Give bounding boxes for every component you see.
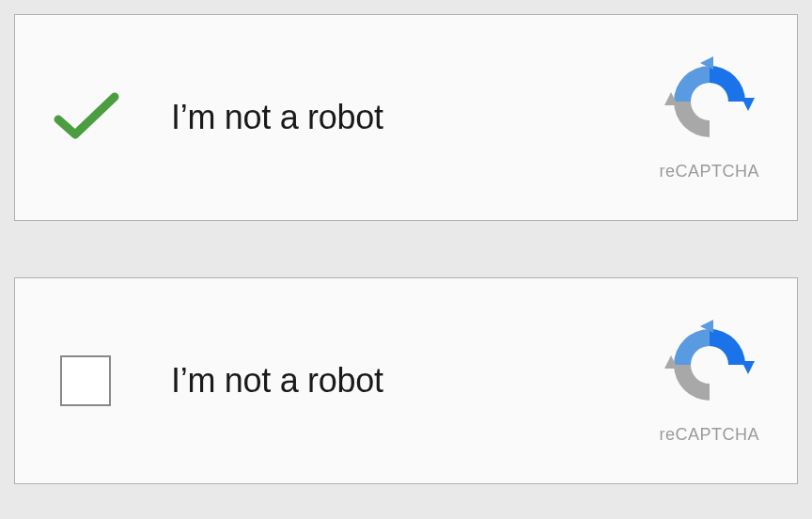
recaptcha-label: I’m not a robot [171, 98, 383, 137]
recaptcha-logo-icon [663, 318, 757, 416]
checkbox-icon [60, 355, 111, 406]
recaptcha-logo-area: reCAPTCHA [659, 55, 759, 181]
recaptcha-label: I’m not a robot [171, 361, 383, 401]
recaptcha-logo-text: reCAPTCHA [659, 162, 759, 181]
recaptcha-widget-unchecked: I’m not a robot reCAPTCHA [14, 277, 798, 484]
recaptcha-checkbox[interactable] [49, 343, 133, 418]
recaptcha-logo-area: reCAPTCHA [659, 318, 759, 445]
recaptcha-checkmark-icon[interactable] [49, 80, 133, 155]
recaptcha-widget-checked: I’m not a robot reCAPTCHA [14, 14, 798, 221]
recaptcha-logo-text: reCAPTCHA [659, 425, 759, 445]
recaptcha-logo-icon [663, 55, 757, 152]
